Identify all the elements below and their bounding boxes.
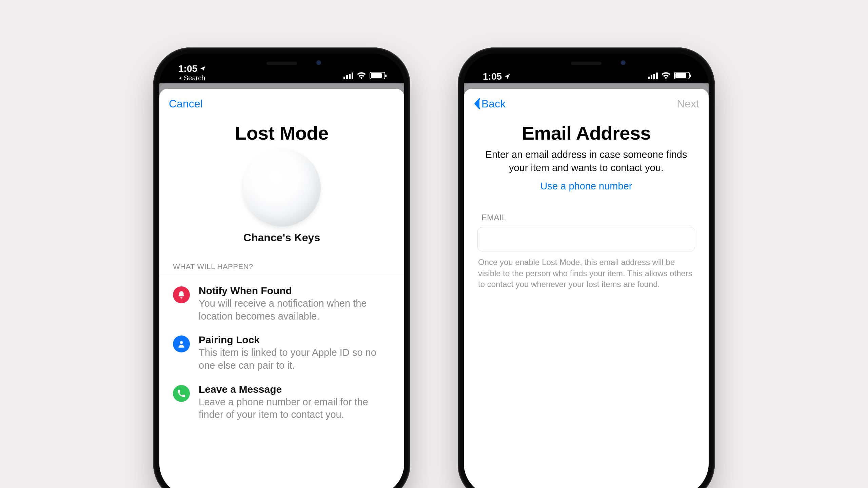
next-label: Next xyxy=(677,98,699,110)
notch xyxy=(228,54,336,72)
back-button[interactable]: Back xyxy=(473,98,506,110)
svg-point-0 xyxy=(180,341,183,344)
email-input[interactable] xyxy=(478,227,695,251)
status-time: 1:05 xyxy=(483,71,511,82)
modal-background: Cancel Lost Mode Chance's Keys WHAT WILL… xyxy=(159,83,404,488)
notch xyxy=(532,54,640,72)
bullet-pairing: Pairing Lock This item is linked to your… xyxy=(159,334,404,383)
location-icon xyxy=(504,73,511,80)
use-phone-number-link[interactable]: Use a phone number xyxy=(464,181,709,192)
bullet-title: Notify When Found xyxy=(199,285,391,297)
bullet-desc: You will receive a notification when the… xyxy=(199,297,391,323)
screen: 1:05 Search Can xyxy=(159,54,404,488)
bullet-title: Leave a Message xyxy=(199,384,391,395)
modal-background: Back Next Email Address Enter an email a… xyxy=(464,83,709,488)
chevron-left-icon xyxy=(473,98,481,109)
page-title: Email Address xyxy=(464,122,709,144)
bullet-title: Pairing Lock xyxy=(199,334,391,346)
email-field-label: EMAIL xyxy=(464,213,709,222)
bullet-desc: Leave a phone number or email for the fi… xyxy=(199,396,391,421)
battery-icon xyxy=(370,72,385,79)
cellular-icon xyxy=(648,72,658,79)
time-text: 1:05 xyxy=(178,63,197,74)
status-time: 1:05 xyxy=(178,63,206,74)
screen: 1:05 Back xyxy=(464,54,709,488)
email-field-hint: Once you enable Lost Mode, this email ad… xyxy=(464,251,709,290)
next-button[interactable]: Next xyxy=(677,98,699,110)
wifi-icon xyxy=(357,72,366,79)
bullet-desc: This item is linked to your Apple ID so … xyxy=(199,346,391,372)
lost-mode-sheet: Cancel Lost Mode Chance's Keys WHAT WILL… xyxy=(159,89,404,488)
cancel-label: Cancel xyxy=(169,98,203,110)
bullet-notify: Notify When Found You will receive a not… xyxy=(159,285,404,334)
cancel-button[interactable]: Cancel xyxy=(169,98,203,110)
page-title: Lost Mode xyxy=(159,122,404,144)
location-icon xyxy=(199,65,206,72)
back-label: Back xyxy=(481,98,506,110)
back-triangle-icon xyxy=(178,76,183,81)
cellular-icon xyxy=(343,72,353,79)
item-name: Chance's Keys xyxy=(159,231,404,244)
bullet-message: Leave a Message Leave a phone number or … xyxy=(159,384,404,433)
section-header: WHAT WILL HAPPEN? xyxy=(159,262,404,276)
page-subtext: Enter an email address in case someone f… xyxy=(464,148,709,175)
wifi-icon xyxy=(661,72,671,79)
phone-right: 1:05 Back xyxy=(458,47,715,488)
phone-left: 1:05 Search Can xyxy=(153,47,410,488)
battery-icon xyxy=(674,72,690,79)
email-sheet: Back Next Email Address Enter an email a… xyxy=(464,89,709,488)
bell-icon xyxy=(173,286,190,303)
status-back-label: Search xyxy=(184,74,205,82)
email-field-container xyxy=(477,227,695,251)
airtag-image xyxy=(243,149,321,227)
person-icon xyxy=(173,336,190,352)
status-back-to-app[interactable]: Search xyxy=(178,74,206,82)
time-text: 1:05 xyxy=(483,71,502,82)
phone-icon xyxy=(173,385,190,402)
